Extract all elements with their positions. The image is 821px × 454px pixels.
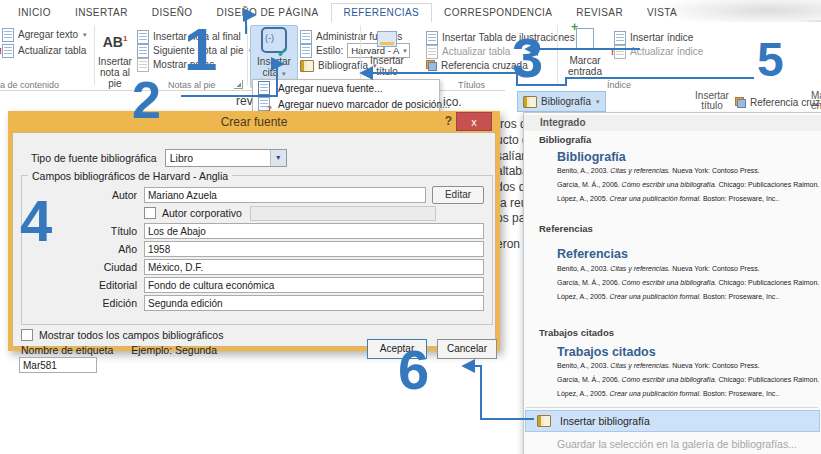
insert-citation-icon (261, 27, 287, 53)
insert-bibliography-item[interactable]: Insertar bibliografía (525, 410, 820, 432)
insert-index-label: Insertar índice (630, 32, 693, 43)
chevron-down-icon: ▾ (83, 31, 87, 39)
bibliography-book-icon (523, 96, 537, 108)
cross-reference-icon (735, 97, 746, 108)
field-row-año: Año (22, 240, 492, 258)
preview-citation: López, A., 2005. Crear una publicación f… (557, 390, 779, 397)
group-label-captions: Títulos (458, 80, 485, 90)
group-separator (247, 25, 248, 85)
help-button[interactable]: ? (445, 114, 452, 128)
preview-title: Referencias (557, 247, 628, 261)
menu-item-add-placeholder[interactable]: Agregar nuevo marcador de posición... (253, 96, 439, 112)
insert-caption-button-partial[interactable]: Insertar título (691, 91, 733, 111)
author-field[interactable] (144, 187, 426, 203)
cross-reference-icon (426, 60, 437, 71)
save-selection-item[interactable]: Guardar la selección en la galería de bi… (557, 438, 797, 450)
bibliography-fields-group: Campos bibliográficos de Harvard - Angli… (21, 175, 493, 325)
source-type-label: Tipo de fuente bibliográfica (31, 152, 157, 164)
update-index-button[interactable]: Actualizar índice (614, 45, 703, 58)
annotation-number-3: 3 (512, 30, 543, 86)
chevron-down-icon: ▾ (270, 150, 286, 166)
new-source-icon (258, 81, 270, 95)
tab-referencias[interactable]: REFERENCIAS (331, 3, 433, 23)
update-table-figures-label: Actualizar tabla (442, 46, 510, 57)
update-toc-button[interactable]: Actualizar tabla (2, 44, 86, 57)
annotation-number-6: 6 (398, 342, 429, 398)
manage-sources-icon (300, 30, 312, 44)
placeholder-icon (258, 97, 270, 111)
preview-citation: López, A., 2005. Crear una publicación f… (557, 195, 779, 202)
preview-title: Bibliografía (557, 150, 626, 164)
field-input-editorial[interactable] (144, 277, 484, 293)
mark-entry-label1: Marcar (562, 55, 608, 66)
annotation-number-5: 5 (757, 36, 784, 84)
gallery-item-name: Referencias (539, 223, 593, 234)
field-rows: TítuloAñoCiudadEditorialEdición (22, 222, 492, 312)
field-row-editorial: Editorial (22, 276, 492, 294)
preview-citation: Benito, A., 2003. Citas y referencias. N… (557, 265, 760, 272)
insert-table-figures-button[interactable]: Insertar Tabla de ilustraciones (426, 31, 575, 44)
insert-caption-label1: Insertar (364, 55, 410, 66)
show-all-fields-checkbox[interactable] (21, 329, 33, 341)
preview-citation: García, M. Á., 2006. Cómo escribir una b… (557, 181, 819, 188)
preview-citation: Benito, A., 2003. Citas y referencias. N… (557, 362, 760, 369)
group-separator (360, 25, 361, 85)
insert-index-button[interactable]: Insertar índice (614, 31, 693, 44)
dialog-title: Crear fuente (8, 111, 500, 132)
preview-title: Trabajos citados (557, 345, 656, 359)
insert-index-icon (614, 31, 626, 45)
insert-citation-dropdown: Agregar nueva fuente... Agregar nuevo ma… (252, 79, 440, 113)
source-type-value: Libro (166, 152, 270, 164)
field-label: Edición (22, 297, 144, 309)
show-all-fields-label: Mostrar todos los campos bibliográficos (39, 329, 223, 341)
tag-example-label: Ejemplo: Segunda (131, 344, 217, 356)
preview-citation: García, M. Á., 2006. Cómo escribir una b… (557, 279, 819, 286)
corporate-author-checkbox[interactable] (144, 207, 156, 219)
tab-insertar[interactable]: INSERTAR (63, 4, 140, 22)
add-source-label: Agregar nueva fuente... (278, 83, 383, 94)
bibliography-button-open[interactable]: Bibliografía ▾ (517, 91, 606, 112)
add-text-label: Agregar texto (18, 29, 78, 40)
insert-caption-button[interactable]: Insertar título (364, 25, 410, 77)
source-type-select[interactable]: Libro ▾ (165, 149, 287, 167)
footnote-ab1-icon: AB1 (103, 33, 128, 48)
tab-inicio[interactable]: INICIO (6, 4, 63, 22)
tab-vista[interactable]: VISTA (635, 4, 689, 22)
show-all-fields-row: Mostrar todos los campos bibliográficos (21, 329, 223, 341)
add-text-button[interactable]: Agregar texto ▾ (2, 28, 87, 41)
update-table-figures-button[interactable]: Actualizar tabla (426, 45, 510, 58)
tab-diseño-de-página[interactable]: DISEÑO DE PÁGINA (205, 4, 331, 22)
cancel-button[interactable]: Cancelar (437, 339, 497, 359)
close-button[interactable]: x (456, 112, 492, 131)
insert-caption-icon (377, 31, 397, 47)
field-input-año[interactable] (144, 241, 484, 257)
insert-table-figures-label: Insertar Tabla de ilustraciones (442, 32, 575, 43)
mark-entry-button[interactable]: Marcar entrada (562, 25, 608, 77)
dialog-launcher-icon[interactable] (234, 80, 243, 89)
endnote-icon (137, 30, 149, 44)
bibliography-book-icon (537, 415, 551, 427)
tag-name-row: Nombre de etiquetaEjemplo: Segunda (21, 344, 235, 356)
next-footnote-icon (137, 44, 149, 58)
update-table-icon (2, 44, 14, 58)
create-source-dialog: Crear fuente ? x Tipo de fuente bibliogr… (8, 111, 500, 351)
edit-button[interactable]: Editar (432, 186, 484, 204)
mark-entry-button-clipped: Ma ent (811, 91, 821, 111)
mark-entry-icon (576, 28, 594, 50)
insert-citation-label2: cita ▾ (251, 67, 297, 79)
field-input-título[interactable] (144, 223, 484, 239)
tab-correspondencia[interactable]: CORRESPONDENCIA (432, 4, 564, 22)
insert-footnote-label1: Insertar (92, 56, 138, 67)
ribbon-fragment-bibliography: Bibliografía ▾ Insertar título Referenci… (505, 90, 821, 113)
field-input-ciudad[interactable] (144, 259, 484, 275)
menu-item-add-source[interactable]: Agregar nueva fuente... (253, 80, 439, 96)
mark-entry-label2: entrada (562, 66, 608, 77)
cross-reference-button-partial[interactable]: Referencia cruzada (735, 96, 821, 109)
document-icon (2, 28, 14, 42)
tag-name-field[interactable] (19, 357, 97, 373)
corporate-author-field (250, 206, 436, 221)
tag-name-label: Nombre de etiqueta (21, 344, 113, 356)
field-input-edición[interactable] (144, 295, 484, 311)
group-label-toc: a de contenido (0, 80, 59, 90)
insert-caption-label2: título (364, 66, 410, 77)
